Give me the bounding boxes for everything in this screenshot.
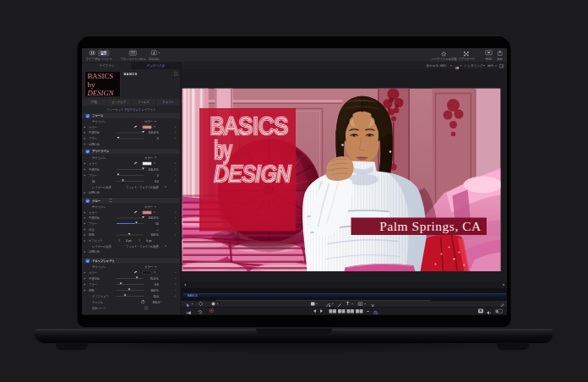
svg-text:Palm Springs, CA: Palm Springs, CA — [379, 219, 482, 233]
svg-text:by: by — [214, 137, 231, 164]
svg-text:DESIGN: DESIGN — [214, 161, 291, 187]
svg-text:BASICS: BASICS — [210, 112, 288, 139]
